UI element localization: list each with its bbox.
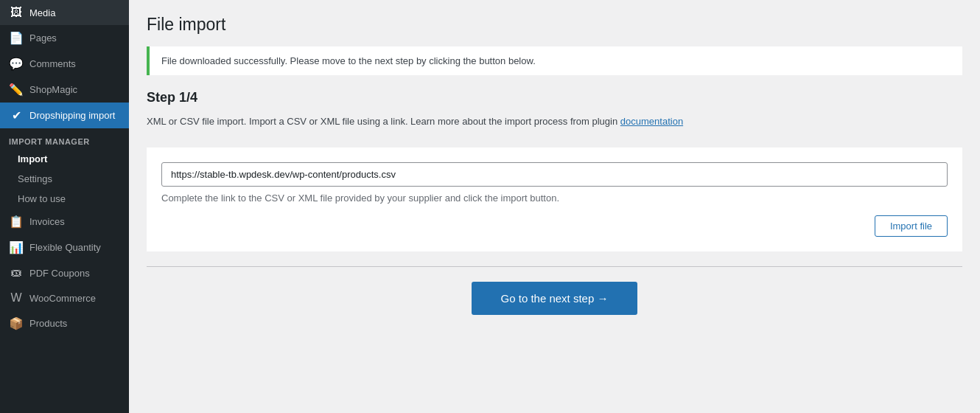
products-icon: 📦 <box>9 316 24 330</box>
how-to-use-label: How to use <box>18 193 66 204</box>
url-input[interactable] <box>161 162 948 187</box>
documentation-link[interactable]: documentation <box>620 116 683 127</box>
sidebar-item-woocommerce[interactable]: W WooCommerce <box>0 285 129 310</box>
import-manager-section-label: Import Manager <box>0 128 129 149</box>
sidebar-item-label: Media <box>29 7 55 18</box>
description-text: XML or CSV file import. Import a CSV or … <box>147 114 962 130</box>
sidebar-item-label: Pages <box>29 32 57 44</box>
settings-label: Settings <box>18 173 52 184</box>
sidebar-sub-item-settings[interactable]: Settings <box>0 169 129 189</box>
sidebar-item-label: Invoices <box>29 216 65 227</box>
sidebar-item-label: Dropshipping import <box>29 110 115 121</box>
sidebar: 🖼 Media 📄 Pages 💬 Comments ✏️ ShopMagic … <box>0 0 129 413</box>
description-body: XML or CSV file import. Import a CSV or … <box>147 116 617 127</box>
pdf-coupons-icon: 🎟 <box>9 266 24 280</box>
import-card: Complete the link to the CSV or XML file… <box>147 148 962 251</box>
next-step-button[interactable]: Go to the next step → <box>472 282 638 315</box>
sidebar-item-label: Products <box>29 318 67 329</box>
import-btn-row: Import file <box>161 215 948 237</box>
shopmagic-icon: ✏️ <box>9 83 24 97</box>
sidebar-item-comments[interactable]: 💬 Comments <box>0 51 129 77</box>
woocommerce-icon: W <box>9 291 24 305</box>
step-heading: Step 1/4 <box>147 90 962 105</box>
sidebar-item-shopmagic[interactable]: ✏️ ShopMagic <box>0 77 129 103</box>
import-file-button[interactable]: Import file <box>875 215 948 237</box>
sidebar-sub-item-import[interactable]: Import <box>0 149 129 169</box>
sidebar-item-pdf-coupons[interactable]: 🎟 PDF Coupons <box>0 260 129 285</box>
sidebar-item-products[interactable]: 📦 Products <box>0 310 129 336</box>
sidebar-item-invoices[interactable]: 📋 Invoices <box>0 209 129 235</box>
media-icon: 🖼 <box>9 6 24 19</box>
pages-icon: 📄 <box>9 31 24 45</box>
comments-icon: 💬 <box>9 57 24 71</box>
success-message: File downloaded successfully. Please mov… <box>161 55 536 66</box>
page-title: File import <box>147 15 962 35</box>
sidebar-item-label: Flexible Quantity <box>29 242 101 253</box>
sidebar-item-media[interactable]: 🖼 Media <box>0 0 129 25</box>
sidebar-item-label: WooCommerce <box>29 293 96 304</box>
sidebar-item-label: PDF Coupons <box>29 268 90 279</box>
sidebar-item-pages[interactable]: 📄 Pages <box>0 25 129 51</box>
main-content: File import File downloaded successfully… <box>129 0 980 413</box>
input-help-text: Complete the link to the CSV or XML file… <box>161 192 948 204</box>
flexible-quantity-icon: 📊 <box>9 240 24 254</box>
success-notice: File downloaded successfully. Please mov… <box>147 46 962 75</box>
sidebar-item-dropshipping[interactable]: ✔ Dropshipping import <box>0 103 129 128</box>
section-divider <box>147 266 962 267</box>
dropshipping-icon: ✔ <box>9 108 24 122</box>
sidebar-item-label: ShopMagic <box>29 84 77 95</box>
invoices-icon: 📋 <box>9 215 24 229</box>
import-label: Import <box>18 153 47 164</box>
sidebar-item-flexible-quantity[interactable]: 📊 Flexible Quantity <box>0 235 129 260</box>
next-step-row: Go to the next step → <box>147 282 962 315</box>
sidebar-item-label: Comments <box>29 58 76 69</box>
sidebar-sub-item-how-to-use[interactable]: How to use <box>0 189 129 209</box>
